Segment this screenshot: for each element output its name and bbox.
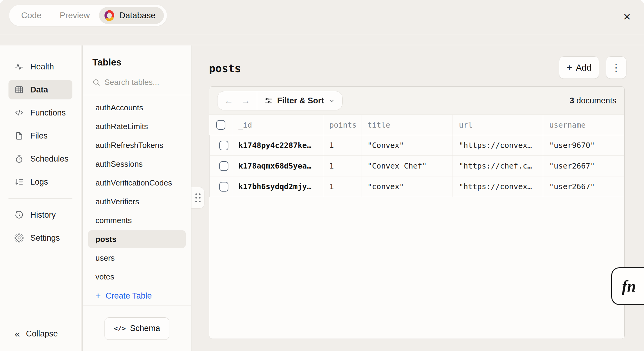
cell-username[interactable]: "user2667" xyxy=(543,176,624,197)
sidebar-item-label: Schedules xyxy=(30,154,68,164)
sidebar-item-history[interactable]: History xyxy=(8,205,72,225)
sidebar-item-label: Logs xyxy=(30,177,48,187)
plus-icon: + xyxy=(566,62,572,73)
search-tables-row xyxy=(92,78,182,87)
sidebar-item-settings[interactable]: Settings xyxy=(8,228,72,248)
gear-icon xyxy=(15,233,24,242)
sidebar-item-label: Functions xyxy=(30,108,66,118)
kebab-icon: ⋮ xyxy=(611,62,621,73)
pulse-icon xyxy=(15,62,24,71)
header-checkbox-cell xyxy=(209,115,232,135)
cell-username[interactable]: "user9670" xyxy=(543,135,624,155)
table-item-comments[interactable]: comments xyxy=(88,212,186,229)
code-icon: </> xyxy=(114,325,126,332)
search-icon xyxy=(92,79,100,86)
table-item-authRefreshTokens[interactable]: authRefreshTokens xyxy=(88,136,186,154)
column-header-points[interactable]: points xyxy=(323,115,361,135)
cell-url[interactable]: "https://convex… xyxy=(453,176,543,197)
filter-sort-button[interactable]: Filter & Sort xyxy=(257,91,342,110)
sliders-icon xyxy=(264,97,273,105)
sidebar-item-health[interactable]: Health xyxy=(8,57,72,76)
row-checkbox[interactable] xyxy=(219,182,228,192)
table-item-authSessions[interactable]: authSessions xyxy=(88,155,186,173)
schema-button[interactable]: </> Schema xyxy=(105,317,170,340)
cell-points[interactable]: 1 xyxy=(323,156,361,176)
table-item-votes[interactable]: votes xyxy=(88,268,186,286)
cell-points[interactable]: 1 xyxy=(323,135,361,155)
schema-label: Schema xyxy=(130,324,160,333)
panel-resize-handle[interactable] xyxy=(191,187,204,209)
close-icon[interactable]: ✕ xyxy=(618,8,636,26)
sidebar-item-data[interactable]: Data xyxy=(8,80,72,99)
tab-preview[interactable]: Preview xyxy=(51,11,99,20)
collapse-label: Collapse xyxy=(26,329,58,339)
tables-panel: Tables authAccounts authRateLimits authR… xyxy=(82,45,191,351)
cell-username[interactable]: "user2667" xyxy=(543,156,624,176)
tab-code[interactable]: Code xyxy=(12,11,51,20)
cell-id[interactable]: k17bh6sydqd2mjy… xyxy=(232,176,323,197)
view-tabs: Code Preview Database xyxy=(9,5,167,26)
column-header-id[interactable]: _id xyxy=(232,115,323,135)
fn-floating-button[interactable]: fn xyxy=(611,267,644,305)
documents-count-label: documents xyxy=(576,96,616,105)
cell-title[interactable]: "Convex" xyxy=(361,135,453,155)
cell-id[interactable]: k1748py4c2287ke… xyxy=(232,135,323,155)
code-icon xyxy=(15,108,24,117)
add-button-label: Add xyxy=(576,63,592,73)
drag-dots-icon xyxy=(195,193,201,202)
tab-database[interactable]: Database xyxy=(99,7,164,24)
sidebar-item-label: Files xyxy=(30,131,48,141)
table-row[interactable]: k1748py4c2287ke… 1 "Convex" "https://con… xyxy=(209,135,624,156)
plus-icon: + xyxy=(95,291,101,301)
sidebar-divider xyxy=(8,198,72,199)
cell-title[interactable]: "convex" xyxy=(361,176,453,197)
column-header-username[interactable]: username xyxy=(543,115,624,135)
search-tables-input[interactable] xyxy=(105,78,180,87)
row-checkbox[interactable] xyxy=(219,141,228,150)
cell-url[interactable]: "https://convex… xyxy=(453,135,543,155)
data-table-card: ← → Filter & Sort 3 documents _id points… xyxy=(209,86,625,339)
back-arrow-icon[interactable]: ← xyxy=(224,95,233,106)
page-title: posts xyxy=(209,62,241,75)
table-item-authAccounts[interactable]: authAccounts xyxy=(88,99,186,116)
select-all-checkbox[interactable] xyxy=(216,120,225,130)
collapse-button[interactable]: « Collapse xyxy=(15,328,58,339)
column-header-title[interactable]: title xyxy=(361,115,453,135)
add-document-button[interactable]: + Add xyxy=(559,56,599,79)
table-item-authVerificationCodes[interactable]: authVerificationCodes xyxy=(88,174,186,192)
table-row[interactable]: k178aqmx68d5yea… 1 "Convex Chef" "https:… xyxy=(209,156,624,176)
stopwatch-icon xyxy=(15,154,24,163)
create-table-label: Create Table xyxy=(106,291,152,301)
header-substrip xyxy=(0,35,644,45)
table-icon xyxy=(15,85,24,94)
table-item-authVerifiers[interactable]: authVerifiers xyxy=(88,193,186,210)
cell-points[interactable]: 1 xyxy=(323,176,361,197)
chevron-down-icon xyxy=(329,98,335,104)
tables-panel-header: Tables xyxy=(83,45,191,95)
forward-arrow-icon[interactable]: → xyxy=(241,95,250,106)
row-checkbox-cell xyxy=(209,135,232,155)
table-row[interactable]: k17bh6sydqd2mjy… 1 "convex" "https://con… xyxy=(209,176,624,197)
column-header-url[interactable]: url xyxy=(453,115,543,135)
fn-label: fn xyxy=(622,277,636,295)
cell-id[interactable]: k178aqmx68d5yea… xyxy=(232,156,323,176)
sidebar-item-functions[interactable]: Functions xyxy=(8,103,72,122)
sidebar-item-logs[interactable]: Logs xyxy=(8,172,72,192)
table-item-authRateLimits[interactable]: authRateLimits xyxy=(88,118,186,135)
collapse-icon: « xyxy=(15,328,20,339)
tables-panel-footer: </> Schema xyxy=(83,306,191,351)
top-bar: Code Preview Database ✕ xyxy=(0,0,644,34)
sidebar-item-schedules[interactable]: Schedules xyxy=(8,149,72,169)
cell-title[interactable]: "Convex Chef" xyxy=(361,156,453,176)
table-item-users[interactable]: users xyxy=(88,249,186,267)
dashboard-sidebar: Health Data Functions Files Schedules Lo… xyxy=(0,45,81,351)
table-menu-button[interactable]: ⋮ xyxy=(606,56,626,79)
table-item-posts[interactable]: posts xyxy=(88,230,186,248)
table-toolbar: ← → Filter & Sort 3 documents xyxy=(209,87,624,115)
cell-url[interactable]: "https://chef.c… xyxy=(453,156,543,176)
sidebar-item-files[interactable]: Files xyxy=(8,126,72,145)
pagination-arrows: ← → xyxy=(217,91,257,110)
row-checkbox[interactable] xyxy=(219,161,228,171)
create-table-button[interactable]: + Create Table xyxy=(88,287,186,305)
sidebar-nav: Health Data Functions Files Schedules Lo… xyxy=(0,45,81,248)
